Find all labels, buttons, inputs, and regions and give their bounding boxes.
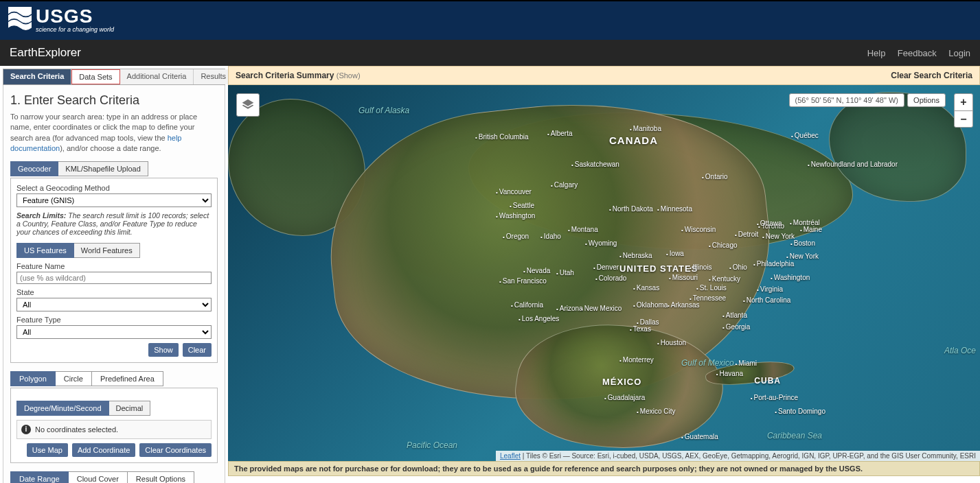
zoom-in-button[interactable]: + bbox=[955, 94, 972, 110]
city-kansas: Kansas bbox=[633, 284, 659, 292]
label-canada: CANADA bbox=[609, 134, 658, 146]
city-guatemala: Guatemala bbox=[681, 433, 718, 440]
leaflet-link[interactable]: Leaflet bbox=[500, 452, 521, 460]
coord-format-tabs: Degree/Minute/Second Decimal bbox=[16, 401, 212, 416]
usgs-header: USGS science for a changing world bbox=[0, 0, 980, 40]
city-oregon: Oregon bbox=[503, 233, 529, 240]
city-chicago: Chicago bbox=[709, 242, 738, 249]
city-denver: Denver bbox=[593, 263, 619, 271]
state-select[interactable]: All bbox=[16, 298, 212, 311]
city-texas: Texas bbox=[630, 325, 651, 333]
app-title: EarthExplorer bbox=[10, 46, 81, 60]
city-quebec: Québec bbox=[791, 132, 819, 139]
tab-data-sets[interactable]: Data Sets bbox=[71, 69, 119, 84]
coord-panel: Degree/Minute/Second Decimal i No coordi… bbox=[10, 388, 218, 463]
add-coordinate-button[interactable]: Add Coordinate bbox=[72, 443, 135, 457]
city-north-dakota: North Dakota bbox=[609, 205, 653, 213]
city-monterrey: Monterrey bbox=[619, 356, 654, 364]
city-houston: Houston bbox=[657, 339, 686, 346]
tab-kml-upload[interactable]: KML/Shapefile Upload bbox=[58, 161, 148, 176]
tab-decimal[interactable]: Decimal bbox=[109, 401, 151, 416]
geocode-method-label: Select a Geocoding Method bbox=[16, 184, 212, 192]
info-icon: i bbox=[21, 425, 31, 434]
tab-polygon[interactable]: Polygon bbox=[10, 371, 56, 386]
tab-dms[interactable]: Degree/Minute/Second bbox=[16, 401, 109, 416]
city-los-angeles: Los Angeles bbox=[519, 315, 559, 322]
geocode-method-select[interactable]: Feature (GNIS) bbox=[16, 193, 212, 207]
summary-show-toggle[interactable]: (Show) bbox=[337, 71, 361, 80]
city-guadalajara: Guadalajara bbox=[604, 394, 645, 401]
city-illinois: Illinois bbox=[690, 263, 712, 271]
city-utah: Utah bbox=[556, 269, 574, 276]
main-tabs: Search Criteria Data Sets Additional Cri… bbox=[3, 69, 225, 85]
feature-type-select[interactable]: All bbox=[16, 325, 212, 339]
tab-result-options[interactable]: Result Options bbox=[128, 471, 194, 483]
label-cuba: CUBA bbox=[754, 376, 781, 386]
label-gulf-mexico: Gulf of Mexico bbox=[681, 358, 734, 368]
city-virginia: Virginia bbox=[757, 285, 783, 293]
city-colorado: Colorado bbox=[595, 274, 626, 282]
wave-icon bbox=[8, 7, 32, 30]
zoom-control: + − bbox=[954, 93, 973, 128]
city-tennessee: Tennessee bbox=[690, 294, 726, 302]
tab-cloud-cover[interactable]: Cloud Cover bbox=[69, 471, 128, 483]
city-arizona: Arizona bbox=[556, 305, 583, 312]
feature-name-input[interactable] bbox=[16, 272, 212, 284]
map-options-button[interactable]: Options bbox=[907, 93, 946, 107]
city-new-york: New York bbox=[762, 233, 795, 240]
label-caribbean: Caribbean Sea bbox=[767, 431, 822, 440]
use-map-button[interactable]: Use Map bbox=[27, 443, 68, 457]
tab-us-features[interactable]: US Features bbox=[16, 243, 74, 258]
clear-button[interactable]: Clear bbox=[183, 343, 212, 357]
summary-label: Search Criteria Summary bbox=[236, 71, 334, 80]
tab-date-range[interactable]: Date Range bbox=[10, 471, 69, 483]
tab-circle[interactable]: Circle bbox=[56, 371, 92, 386]
city-detroit: Detroit bbox=[735, 231, 758, 238]
city-miami: Miami bbox=[736, 360, 757, 367]
map-attribution: Leaflet | Tiles © Esri — Source: Esri, i… bbox=[496, 451, 980, 461]
city-calgary: Calgary bbox=[551, 181, 578, 189]
city-newfoundland: Newfoundland and Labrador bbox=[808, 161, 898, 168]
usgs-logo[interactable]: USGS science for a changing world bbox=[8, 7, 972, 33]
city-nevada: Nevada bbox=[523, 267, 550, 274]
tab-world-features[interactable]: World Features bbox=[74, 243, 140, 258]
city-california: California bbox=[511, 301, 543, 309]
map-area: Search Criteria Summary (Show) Clear Sea… bbox=[228, 66, 980, 483]
tab-geocoder[interactable]: Geocoder bbox=[10, 161, 58, 176]
layers-button[interactable] bbox=[236, 93, 260, 117]
tab-additional-criteria[interactable]: Additional Criteria bbox=[120, 69, 194, 84]
clear-coordinates-button[interactable]: Clear Coordinates bbox=[139, 443, 212, 457]
login-link[interactable]: Login bbox=[948, 48, 970, 58]
zoom-out-button[interactable]: − bbox=[955, 110, 972, 127]
help-link[interactable]: Help bbox=[867, 48, 886, 58]
city-georgia: Georgia bbox=[722, 323, 750, 331]
feature-type-label: Feature Type bbox=[16, 316, 212, 324]
city-ontario: Ontario bbox=[702, 173, 728, 180]
no-coords-text: No coordinates selected. bbox=[35, 425, 118, 434]
label-usa: UNITED STATES bbox=[619, 263, 698, 274]
tab-predefined-area[interactable]: Predefined Area bbox=[92, 371, 163, 386]
tab-search-criteria[interactable]: Search Criteria bbox=[3, 69, 71, 84]
city-oklahoma: Oklahoma bbox=[633, 301, 668, 309]
city-ottawa: Ottawa bbox=[757, 220, 782, 227]
city-iowa: Iowa bbox=[666, 250, 684, 257]
label-pacific: Pacific Ocean bbox=[407, 440, 457, 450]
clear-search-criteria-link[interactable]: Clear Search Criteria bbox=[891, 71, 972, 80]
city-missouri: Missouri bbox=[669, 274, 698, 281]
city-nebraska: Nebraska bbox=[619, 252, 652, 259]
feature-name-label: Feature Name bbox=[16, 262, 212, 270]
city-ohio: Ohio bbox=[729, 263, 747, 271]
city-santo-domingo: Santo Domingo bbox=[775, 408, 825, 415]
city-san-francisco: San Francisco bbox=[499, 277, 547, 285]
city-port-au-prince: Port-au-Prince bbox=[751, 394, 798, 401]
city-minnesota: Minnesota bbox=[657, 205, 692, 213]
state-label: State bbox=[16, 288, 212, 296]
city-new-mexico: New Mexico bbox=[581, 305, 622, 312]
app-titlebar: EarthExplorer Help Feedback Login bbox=[0, 40, 980, 66]
map-canvas[interactable]: Gulf of Alaska Gulf of Mexico Caribbean … bbox=[228, 85, 980, 461]
show-button[interactable]: Show bbox=[148, 343, 179, 357]
coord-display: (56° 50' 56" N, 110° 49' 48" W) bbox=[789, 93, 904, 107]
feedback-link[interactable]: Feedback bbox=[898, 48, 937, 58]
logo-tagline: science for a changing world bbox=[36, 26, 114, 33]
label-gulf-alaska: Gulf of Alaska bbox=[358, 106, 409, 115]
